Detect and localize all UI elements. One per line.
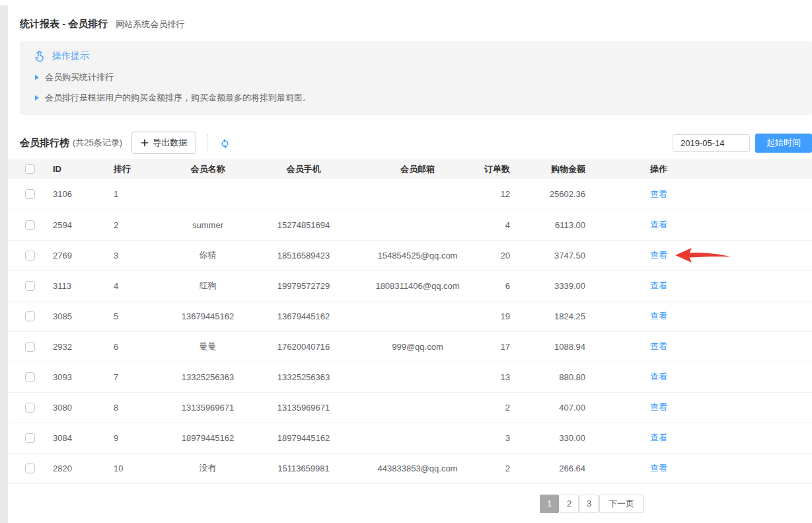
cell-rank: 1 bbox=[100, 179, 160, 210]
cell-purchase-amount: 1088.94 bbox=[517, 331, 642, 362]
view-link[interactable]: 查看 bbox=[650, 463, 667, 473]
cell-member-phone: 13325256363 bbox=[256, 362, 351, 392]
page-title: 统计报表 - 会员排行 bbox=[20, 18, 108, 30]
cell-purchase-amount: 25602.36 bbox=[517, 179, 642, 210]
view-link[interactable]: 查看 bbox=[650, 189, 667, 199]
cell-id: 3084 bbox=[40, 422, 100, 453]
cell-member-email: 999@qq.com bbox=[351, 331, 484, 362]
cell-member-phone: 13135969671 bbox=[256, 392, 351, 422]
cell-id: 3085 bbox=[40, 301, 100, 331]
table-row: 3084918979445162189794451623330.00查看 bbox=[8, 422, 812, 453]
cell-action: 查看 bbox=[642, 210, 812, 240]
table-header-row: ID 排行 会员名称 会员手机 会员邮箱 订单数 购物金额 操作 bbox=[8, 159, 812, 179]
column-header-amount: 购物金额 bbox=[517, 159, 642, 179]
row-checkbox[interactable] bbox=[25, 433, 35, 443]
pagination: 123下一页 bbox=[540, 495, 812, 513]
cell-member-email bbox=[351, 301, 484, 331]
cell-member-email: 1808311406@qq.com bbox=[351, 270, 484, 301]
row-checkbox[interactable] bbox=[25, 281, 35, 291]
cell-purchase-amount: 880.80 bbox=[517, 362, 642, 392]
row-checkbox-cell bbox=[8, 270, 40, 301]
start-date-input[interactable] bbox=[673, 134, 750, 152]
column-header-phone: 会员手机 bbox=[256, 159, 351, 179]
row-checkbox[interactable] bbox=[25, 189, 35, 199]
view-link[interactable]: 查看 bbox=[650, 280, 667, 290]
hand-tap-icon bbox=[33, 50, 46, 63]
cell-member-phone: 18979445162 bbox=[256, 422, 351, 453]
row-checkbox-cell bbox=[8, 331, 40, 362]
refresh-icon[interactable] bbox=[219, 138, 231, 149]
cell-member-name: 你猜 bbox=[160, 240, 256, 270]
row-checkbox[interactable] bbox=[25, 403, 35, 413]
tips-item-text: 会员排行是根据用户的购买金额排序，购买金额最多的将排到最前面。 bbox=[45, 92, 311, 104]
column-header-rank: 排行 bbox=[100, 159, 160, 179]
cell-id: 3093 bbox=[40, 362, 100, 392]
cell-action: 查看 bbox=[642, 453, 812, 483]
cell-id: 2820 bbox=[40, 453, 100, 483]
cell-purchase-amount: 330.00 bbox=[517, 422, 642, 453]
view-link[interactable]: 查看 bbox=[650, 250, 667, 260]
list-title: 会员排行榜 bbox=[20, 137, 69, 149]
toolbar: 会员排行榜 (共25条记录) 导出数据 起始时间 bbox=[8, 132, 812, 153]
view-link[interactable]: 查看 bbox=[650, 402, 667, 412]
cell-member-phone: 15113659981 bbox=[256, 453, 351, 483]
page-button-1[interactable]: 1 bbox=[540, 495, 559, 513]
cell-id: 2594 bbox=[40, 210, 100, 240]
cell-order-count: 12 bbox=[484, 179, 517, 210]
cell-action: 查看 bbox=[642, 301, 812, 331]
row-checkbox[interactable] bbox=[25, 463, 35, 473]
table-row: 25942summer1527485169446113.00查看 bbox=[8, 210, 812, 240]
cell-order-count: 17 bbox=[484, 331, 517, 362]
tips-panel: 操作提示 会员购买统计排行 会员排行是根据用户的购买金额排序，购买金额最多的将排… bbox=[20, 41, 812, 115]
table-row: 29326曼曼17620040716999@qq.com171088.94查看 bbox=[8, 331, 812, 362]
cell-id: 3106 bbox=[40, 179, 100, 210]
cell-purchase-amount: 266.64 bbox=[517, 453, 642, 483]
row-checkbox-cell bbox=[8, 179, 40, 210]
cell-order-count: 4 bbox=[484, 210, 517, 240]
record-count: (共25条记录) bbox=[73, 137, 122, 149]
tips-item: 会员排行是根据用户的购买金额排序，购买金额最多的将排到最前面。 bbox=[33, 92, 812, 104]
cell-rank: 2 bbox=[100, 210, 160, 240]
cell-action: 查看 bbox=[642, 422, 812, 453]
view-link[interactable]: 查看 bbox=[650, 220, 667, 229]
row-checkbox[interactable] bbox=[25, 342, 35, 352]
cell-member-name: summer bbox=[160, 210, 256, 240]
cell-action: 查看 bbox=[642, 179, 812, 210]
page-left-gutter bbox=[0, 5, 8, 523]
cell-rank: 9 bbox=[100, 422, 160, 453]
start-time-button[interactable]: 起始时间 bbox=[755, 134, 812, 153]
view-link[interactable]: 查看 bbox=[650, 372, 667, 382]
cell-purchase-amount: 407.00 bbox=[517, 392, 642, 422]
table-row: 3080813135969671131359696712407.00查看 bbox=[8, 392, 812, 422]
select-all-checkbox[interactable] bbox=[25, 164, 35, 174]
cell-purchase-amount: 3339.00 bbox=[517, 270, 642, 301]
column-header-email: 会员邮箱 bbox=[351, 159, 484, 179]
tips-title-row: 操作提示 bbox=[33, 50, 812, 63]
view-link[interactable]: 查看 bbox=[650, 341, 667, 351]
cell-member-name: 没有 bbox=[160, 453, 256, 483]
triangle-right-icon bbox=[35, 95, 39, 101]
row-checkbox[interactable] bbox=[25, 372, 35, 382]
cell-member-name: 13679445162 bbox=[160, 301, 256, 331]
export-data-button[interactable]: 导出数据 bbox=[131, 132, 196, 154]
view-link[interactable]: 查看 bbox=[650, 432, 667, 442]
cell-id: 3113 bbox=[40, 270, 100, 301]
view-link[interactable]: 查看 bbox=[650, 311, 667, 321]
column-header-id: ID bbox=[40, 159, 100, 179]
cell-rank: 10 bbox=[100, 453, 160, 483]
cell-order-count: 2 bbox=[484, 392, 517, 422]
cell-order-count: 6 bbox=[484, 270, 517, 301]
table-body: 310611225602.36查看25942summer152748516944… bbox=[8, 179, 812, 483]
row-checkbox[interactable] bbox=[25, 251, 35, 261]
page-button-3[interactable]: 3 bbox=[579, 495, 599, 513]
cell-member-email bbox=[351, 362, 484, 392]
tips-title: 操作提示 bbox=[52, 50, 89, 62]
cell-order-count: 2 bbox=[484, 453, 517, 483]
row-checkbox[interactable] bbox=[25, 220, 35, 230]
next-page-button[interactable]: 下一页 bbox=[599, 495, 644, 513]
cell-order-count: 20 bbox=[484, 240, 517, 270]
page-button-2[interactable]: 2 bbox=[560, 495, 579, 513]
cell-member-name bbox=[160, 179, 256, 210]
cell-member-email: 154854525@qq.com bbox=[351, 240, 484, 270]
row-checkbox[interactable] bbox=[25, 311, 35, 321]
